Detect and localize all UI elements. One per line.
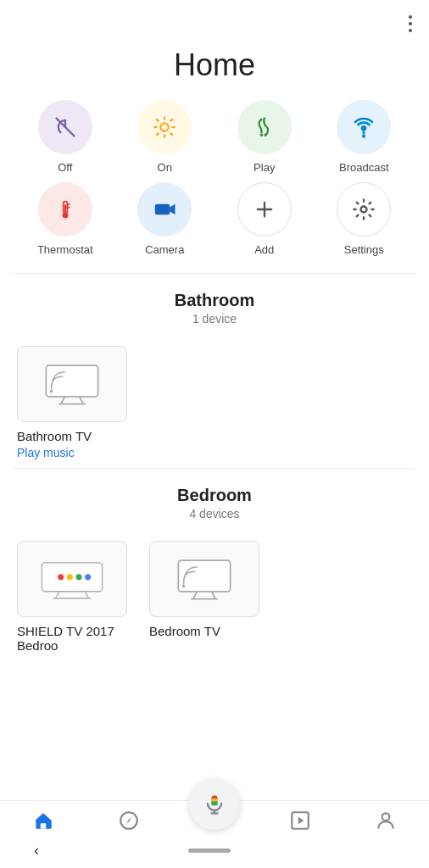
action-broadcast[interactable]: Broadcast: [316, 100, 413, 174]
top-bar: [0, 0, 429, 39]
bedroom-tv-name: Bedroom TV: [149, 624, 220, 638]
svg-point-28: [75, 574, 81, 580]
bathroom-tv-action[interactable]: Play music: [17, 446, 75, 459]
action-play[interactable]: Play: [216, 100, 313, 174]
svg-line-18: [61, 397, 64, 404]
thermostat-label: Thermostat: [37, 243, 93, 256]
svg-marker-13: [170, 204, 176, 215]
bathroom-title: Bathroom: [17, 291, 412, 310]
back-button[interactable]: ‹: [34, 842, 39, 860]
svg-point-16: [361, 207, 367, 213]
on-label: On: [158, 161, 172, 174]
bathroom-device-count: 1 device: [17, 312, 412, 326]
broadcast-label: Broadcast: [339, 161, 389, 174]
thermostat-icon-circle: [38, 182, 92, 236]
nav-media[interactable]: [258, 810, 343, 832]
action-settings[interactable]: Settings: [316, 182, 413, 256]
bedroom-tv-icon: [149, 541, 259, 617]
off-label: Off: [58, 161, 72, 174]
svg-line-32: [212, 592, 215, 599]
svg-marker-45: [298, 817, 304, 825]
mic-button[interactable]: [189, 779, 240, 830]
action-add[interactable]: Add: [216, 182, 313, 256]
svg-point-4: [361, 125, 367, 131]
svg-rect-35: [40, 823, 46, 829]
svg-point-3: [264, 134, 267, 137]
quick-actions-grid: Off On Play: [0, 100, 429, 273]
more-options-button[interactable]: [405, 12, 415, 36]
action-off[interactable]: Off: [17, 100, 114, 174]
svg-rect-17: [46, 365, 98, 397]
svg-point-46: [382, 813, 390, 821]
svg-point-5: [362, 135, 365, 138]
svg-point-29: [85, 574, 91, 580]
nav-items-row: [0, 801, 429, 837]
svg-point-2: [260, 134, 264, 137]
action-on[interactable]: On: [117, 100, 214, 174]
broadcast-icon-circle: [337, 100, 391, 154]
system-bar: ‹: [0, 837, 429, 868]
add-icon-circle: [237, 182, 292, 236]
svg-point-26: [58, 574, 64, 580]
bathroom-tv-icon: [17, 346, 127, 422]
home-pill[interactable]: [188, 849, 231, 853]
off-icon-circle: [38, 100, 92, 154]
svg-line-31: [193, 592, 197, 599]
svg-point-1: [161, 123, 169, 131]
room-bedroom: Bedroom 4 devices: [0, 469, 429, 529]
room-bathroom: Bathroom 1 device: [0, 274, 429, 334]
play-label: Play: [254, 161, 275, 174]
bedroom-device-count: 4 devices: [17, 507, 412, 520]
camera-icon-circle: [137, 182, 192, 236]
nav-home[interactable]: [0, 810, 86, 832]
camera-label: Camera: [145, 243, 184, 256]
bedroom-device-list: SHIELD TV 2017 Bedroo Bedroom TV: [0, 529, 429, 661]
settings-label: Settings: [344, 243, 384, 256]
page-title: Home: [0, 39, 429, 100]
nav-account[interactable]: [343, 810, 429, 832]
shield-tv-icon: [17, 541, 127, 617]
svg-point-34: [182, 585, 186, 588]
svg-marker-37: [125, 817, 132, 825]
svg-point-27: [67, 574, 73, 580]
shield-tv-name: SHIELD TV 2017 Bedroo: [17, 624, 136, 653]
settings-icon-circle: [337, 182, 391, 236]
nav-explore[interactable]: [86, 810, 171, 832]
action-thermostat[interactable]: Thermostat: [17, 182, 114, 256]
svg-rect-12: [155, 204, 170, 215]
svg-rect-41: [212, 802, 218, 806]
device-bedroom-tv[interactable]: Bedroom TV: [149, 541, 268, 653]
play-icon-circle: [237, 100, 292, 154]
add-label: Add: [254, 243, 274, 256]
on-icon-circle: [137, 100, 192, 154]
svg-point-8: [62, 213, 68, 219]
bathroom-device-list: Bathroom TV Play music: [0, 334, 429, 468]
svg-line-24: [85, 591, 88, 598]
bedroom-title: Bedroom: [17, 486, 412, 505]
svg-line-23: [55, 591, 58, 598]
svg-rect-30: [178, 560, 230, 592]
device-shield-tv[interactable]: SHIELD TV 2017 Bedroo: [17, 541, 136, 653]
bottom-navigation: ‹: [0, 800, 429, 868]
svg-point-21: [50, 390, 53, 393]
device-bathroom-tv[interactable]: Bathroom TV Play music: [17, 346, 136, 459]
svg-line-19: [80, 397, 83, 404]
svg-rect-9: [64, 204, 66, 212]
action-camera[interactable]: Camera: [117, 182, 214, 256]
bathroom-tv-name: Bathroom TV: [17, 429, 92, 443]
